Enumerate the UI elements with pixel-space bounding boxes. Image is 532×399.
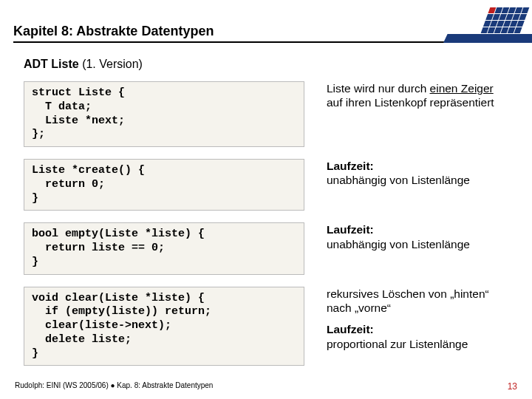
page-number: 13 bbox=[508, 381, 517, 392]
code-block: void clear(Liste *liste) { if (empty(lis… bbox=[24, 287, 304, 366]
content-area: struct Liste { T data; Liste *next; }; L… bbox=[24, 81, 511, 378]
slide-subtitle: ADT Liste (1. Version) bbox=[24, 58, 143, 71]
content-row: struct Liste { T data; Liste *next; }; L… bbox=[24, 81, 511, 147]
content-row: bool empty(Liste *liste) { return liste … bbox=[24, 222, 511, 274]
logo-grid-icon bbox=[481, 7, 530, 33]
chapter-title: Kapitel 8: Abstrakte Datentypen bbox=[13, 24, 214, 39]
code-description: Laufzeit:unabhängig von Listenlänge bbox=[304, 159, 511, 188]
content-row: Liste *create() { return 0; } Laufzeit:u… bbox=[24, 159, 511, 211]
code-description: Laufzeit:unabhängig von Listenlänge bbox=[304, 222, 511, 251]
logo-stripe-icon bbox=[443, 34, 532, 43]
slide-header: Kapitel 8: Abstrakte Datentypen bbox=[0, 0, 532, 53]
logo bbox=[443, 0, 532, 43]
code-block: struct Liste { T data; Liste *next; }; bbox=[24, 81, 304, 147]
subtitle-prefix: ADT Liste bbox=[24, 58, 82, 70]
footer-text: Rudolph: EINI (WS 2005/06) ● Kap. 8: Abs… bbox=[15, 381, 213, 392]
code-description: rekursives Löschen von „hinten“ nach „vo… bbox=[304, 287, 511, 352]
content-row: void clear(Liste *liste) { if (empty(lis… bbox=[24, 287, 511, 366]
code-block: bool empty(Liste *liste) { return liste … bbox=[24, 222, 304, 274]
subtitle-suffix: (1. Version) bbox=[82, 58, 143, 70]
code-description: Liste wird nur durch einen Zeiger auf ih… bbox=[304, 81, 511, 110]
code-block: Liste *create() { return 0; } bbox=[24, 159, 304, 211]
slide-footer: Rudolph: EINI (WS 2005/06) ● Kap. 8: Abs… bbox=[15, 381, 517, 392]
